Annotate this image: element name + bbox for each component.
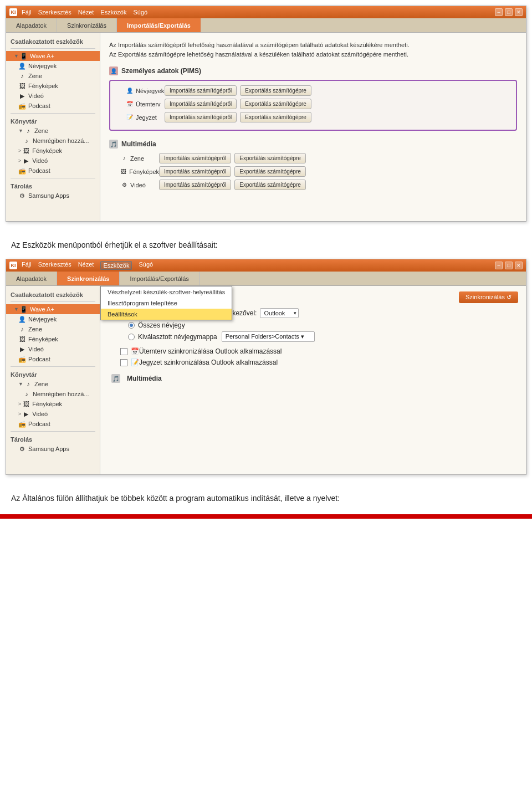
fenykepek-import-btn[interactable]: Importálás számítógépről	[159, 166, 231, 177]
sidebar-item-samsung-apps[interactable]: ⚙ Samsung Apps	[6, 191, 100, 201]
video-icon: ▶	[18, 92, 26, 100]
multimedia-section: 🎵 Multimédia ♪ Zene Importálás számítógé…	[109, 140, 517, 190]
menu2-fajl[interactable]: Fájl	[22, 261, 32, 270]
sidebar-label-podcast2: Podcast	[28, 167, 50, 174]
jegyzet-row: 📝 Jegyzet Importálás számítógépről Expor…	[115, 112, 511, 122]
sidebar2-item-video[interactable]: ▶ Videó	[6, 344, 100, 354]
personal-section: 👤 Személyes adatok (PIMS) 👤 Névjegyek Im…	[109, 66, 517, 131]
sidebar2-item-podcast[interactable]: 📻 Podcast	[6, 354, 100, 364]
info-text-1: Az Importálás számítógépről lehetőség ha…	[109, 40, 517, 59]
jegyzet-import-btn[interactable]: Importálás számítógépről	[165, 112, 237, 122]
close-button-2[interactable]: ✕	[515, 262, 523, 269]
tab2-szinkronizalas[interactable]: Szinkronizálás	[57, 272, 120, 285]
sidebar2-item-podcast2[interactable]: 📻 Podcast	[6, 419, 100, 429]
jegyzet-export-btn[interactable]: Exportálás számítógépre	[240, 112, 311, 122]
sidebar-item-fenykepek[interactable]: 🖼 Fényképek	[6, 81, 100, 91]
zene-btn-group: Importálás számítógépről Exportálás szám…	[159, 153, 306, 163]
menu2-eszkozok[interactable]: Eszközök	[100, 261, 132, 270]
sidebar-item-nemregiben[interactable]: ♪ Nemrégiben hozzá...	[6, 136, 100, 146]
tab-alapadatok[interactable]: Alapadatok	[6, 18, 57, 32]
nevjegyek-row: 👤 Névjegyek Importálás számítógépről Exp…	[115, 85, 511, 96]
folder-path-dropdown[interactable]: Personal Folders>Contacts ▾	[222, 331, 315, 342]
settings-multimedia-section: 🎵 Multimédia	[111, 374, 515, 383]
video-export-btn[interactable]: Exportálás számítógépre	[234, 180, 306, 190]
fenykepek-mm-row: 🖼 Fényképek Importálás számítógépről Exp…	[109, 166, 517, 177]
divider2-1	[11, 301, 95, 302]
video-import-btn[interactable]: Importálás számítógépről	[159, 180, 231, 190]
nevjegyek-import-btn[interactable]: Importálás számítógépről	[165, 85, 237, 96]
sidebar-item-video2[interactable]: > ▶ Videó	[6, 156, 100, 166]
zene-import-btn[interactable]: Importálás számítógépről	[159, 153, 231, 163]
menu-item-illesztoprogram[interactable]: Illesztőprogram telepítése	[101, 298, 232, 309]
close-button[interactable]: ✕	[515, 8, 523, 16]
sidebar2-item-fenykepek2[interactable]: > 🖼 Fényképek	[6, 399, 100, 409]
radio-group-contacts: Összes névjegy Kiválasztott névjegymappa…	[128, 321, 515, 342]
notes-sync-checkbox[interactable]	[120, 359, 127, 366]
tree-arrow-icon4: >	[18, 158, 21, 163]
sidebar-item-nevjegyek[interactable]: 👤 Névjegyek	[6, 61, 100, 71]
selected-folder-radio[interactable]	[128, 334, 135, 340]
tab2-importalas-exportalas[interactable]: Importálás/Exportálás	[120, 272, 199, 285]
photos-icon: 🖼	[18, 82, 26, 90]
fenykepek-export-btn[interactable]: Exportálás számítógépre	[234, 166, 306, 177]
fenykepek-btn-group: Importálás számítógépről Exportálás szám…	[159, 166, 306, 177]
podcast-icon2: 📻	[18, 167, 26, 175]
sidebar-item-wave[interactable]: ▼ 📱 Wave A+	[6, 51, 100, 61]
minimize-button-2[interactable]: –	[495, 262, 503, 269]
tab-importalas-exportalas[interactable]: Importálás/Exportálás	[117, 18, 201, 32]
sidebar2-item-zene[interactable]: ♪ Zene	[6, 324, 100, 334]
tab-szinkronizalas[interactable]: Szinkronizálás	[57, 18, 117, 32]
utemterv-import-btn[interactable]: Importálás számítógépről	[165, 99, 237, 109]
music-icon: ♪	[18, 72, 26, 80]
sidebar2-item-samsung[interactable]: ⚙ Samsung Apps	[6, 444, 100, 454]
recent-icon-2: ♪	[23, 390, 30, 398]
photos-icon-2c: 🖼	[22, 400, 30, 408]
notes-sync-label: Jegyzet szinkronizálása Outlook alkalmaz…	[139, 359, 278, 366]
menu2-szerkesztes[interactable]: Szerkesztés	[38, 261, 71, 270]
sidebar-item-zene2[interactable]: ▼ ♪ Zene	[6, 126, 100, 136]
menu-szerkesztes[interactable]: Szerkesztés	[38, 9, 71, 16]
menu2-sugo[interactable]: Súgó	[139, 261, 153, 270]
video-icon2: ▶	[22, 157, 30, 165]
sidebar2-item-zene2[interactable]: ▼ ♪ Zene	[6, 379, 100, 389]
settings-multimedia-title: 🎵 Multimédia	[111, 374, 515, 383]
minimize-button[interactable]: –	[495, 8, 503, 16]
menu-eszkozok[interactable]: Eszközök	[100, 9, 126, 16]
sidebar2-item-fenykepek[interactable]: 🖼 Fényképek	[6, 334, 100, 344]
menu-nezet[interactable]: Nézet	[78, 9, 94, 16]
contacts-app-dropdown[interactable]: Outlook ▾	[260, 308, 299, 318]
utemterv-export-btn[interactable]: Exportálás számítógépre	[240, 99, 311, 109]
sidebar-item-fenykepek2[interactable]: > 🖼 Fényképek	[6, 146, 100, 156]
sidebar-item-podcast2[interactable]: 📻 Podcast	[6, 166, 100, 176]
music-mm-icon: ♪	[120, 155, 128, 162]
sync-button[interactable]: Szinkronizálás ↺	[459, 291, 518, 303]
video-btn-group: Importálás számítógépről Exportálás szám…	[159, 180, 306, 190]
tab2-alapadatok[interactable]: Alapadatok	[6, 272, 57, 285]
title-bar-1: KI Fájl Szerkesztés Nézet Eszközök Súgó …	[6, 6, 526, 18]
sidebar-label-wave: Wave A+	[30, 53, 54, 59]
sidebar2-item-nevjegyek[interactable]: 👤 Névjegyek	[6, 314, 100, 324]
music-icon-2c: ♪	[24, 380, 32, 388]
maximize-button[interactable]: □	[505, 8, 513, 16]
sidebar-label-nevjegyek: Névjegyek	[28, 63, 57, 69]
sidebar-item-podcast[interactable]: 📻 Podcast	[6, 101, 100, 111]
red-bottom-bar	[0, 514, 532, 519]
sidebar-label-video2: Videó	[32, 157, 48, 164]
sidebar2-item-nemregiben[interactable]: ♪ Nemrégiben hozzá...	[6, 389, 100, 399]
menu2-nezet[interactable]: Nézet	[78, 261, 94, 270]
maximize-button-2[interactable]: □	[505, 262, 513, 269]
nevjegyek-export-btn[interactable]: Exportálás számítógépre	[240, 85, 311, 96]
menu-item-beallitasok[interactable]: Beállítások	[101, 309, 232, 320]
sidebar2-item-video2[interactable]: > ▶ Videó	[6, 409, 100, 419]
music-icon-2: ♪	[18, 325, 26, 333]
menu-fajl[interactable]: Fájl	[22, 9, 32, 16]
sidebar-item-video[interactable]: ▶ Videó	[6, 91, 100, 101]
tree-arrow-icon-2: ▼	[14, 306, 19, 312]
sidebar-item-zene[interactable]: ♪ Zene	[6, 71, 100, 81]
menu-sugo[interactable]: Súgó	[133, 9, 147, 16]
all-contacts-radio[interactable]	[128, 322, 135, 329]
calendar-sync-checkbox[interactable]	[120, 348, 127, 355]
sidebar2-item-wave[interactable]: ▼ 📱 Wave A+	[6, 304, 100, 314]
zene-export-btn[interactable]: Exportálás számítógépre	[234, 153, 306, 163]
menu-item-veszhelyzeti[interactable]: Vészhelyzeti készülék-szoftver-helyreáll…	[101, 286, 232, 298]
